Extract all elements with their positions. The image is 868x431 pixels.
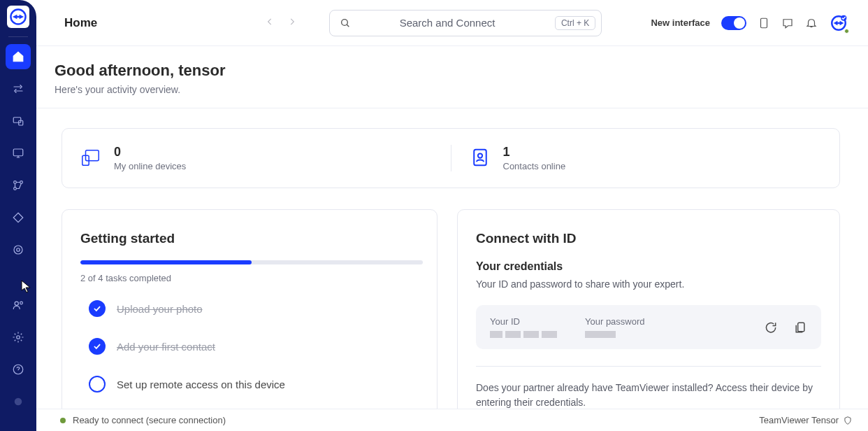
- page-title: Home: [64, 16, 97, 30]
- status-text: Ready to connect (secure connection): [73, 415, 226, 425]
- connect-title: Connect with ID: [476, 231, 821, 246]
- task-upload-photo[interactable]: Upload your photo: [80, 300, 419, 317]
- credentials-sub: Your ID and password to share with your …: [476, 278, 821, 290]
- svg-point-6: [20, 181, 23, 184]
- svg-point-9: [17, 248, 20, 252]
- contacts-label: Contacts online: [503, 161, 566, 171]
- pw-value[interactable]: [585, 331, 645, 338]
- task-label: Set up remote access on this device: [117, 379, 285, 390]
- credentials-heading: Your credentials: [476, 260, 821, 273]
- stat-devices[interactable]: 0 My online devices: [62, 145, 451, 171]
- nav-admin[interactable]: [6, 237, 31, 262]
- nav-workflow[interactable]: [6, 173, 31, 198]
- topbar-right: New interface: [651, 13, 848, 33]
- teamviewer-logo: [7, 6, 29, 28]
- getting-started-title: Getting started: [80, 231, 419, 246]
- task-label: Add your first contact: [117, 341, 215, 353]
- svg-point-23: [477, 153, 482, 157]
- greeting: Good afternoon, tensor: [55, 62, 868, 80]
- getting-started-card: Getting started 2 of 4 tasks completed U…: [62, 209, 437, 428]
- product-name: TeamViewer Tensor: [759, 415, 839, 425]
- header-block: Good afternoon, tensor Here's your activ…: [36, 46, 868, 108]
- svg-point-14: [15, 398, 22, 406]
- svg-rect-1: [16, 16, 21, 17]
- nav-home[interactable]: [6, 44, 31, 69]
- nav-user-management[interactable]: [6, 292, 31, 318]
- chat-icon[interactable]: [781, 17, 794, 29]
- nav-tag-icon[interactable]: [6, 205, 31, 230]
- sidebar-bottom: [6, 292, 31, 431]
- svg-point-10: [15, 302, 18, 305]
- svg-point-7: [14, 188, 17, 190]
- nav-back-icon[interactable]: [265, 17, 275, 29]
- separator: [8, 36, 28, 37]
- svg-point-5: [14, 181, 17, 184]
- stat-contacts[interactable]: 1 Contacts online: [451, 145, 840, 171]
- main-area: Home Search and Connect Ctrl + K New int…: [36, 0, 868, 431]
- check-icon: [89, 338, 106, 355]
- sidebar: [0, 0, 36, 431]
- svg-point-15: [342, 19, 348, 25]
- devices-count: 0: [114, 145, 186, 160]
- bell-icon[interactable]: [805, 17, 818, 29]
- search-shortcut: Ctrl + K: [555, 16, 595, 30]
- svg-rect-2: [13, 118, 21, 123]
- statusbar: Ready to connect (secure connection) Tea…: [36, 409, 868, 431]
- progress-bar: [80, 260, 423, 264]
- svg-point-11: [20, 302, 23, 304]
- partner-text: Does your partner already have TeamViewe…: [476, 381, 821, 410]
- task-add-contact[interactable]: Add your first contact: [80, 338, 419, 355]
- svg-rect-24: [798, 323, 804, 332]
- online-dot: [844, 29, 849, 34]
- devices-icon: [80, 147, 101, 170]
- search-icon: [340, 17, 351, 29]
- connect-card: Connect with ID Your credentials Your ID…: [457, 209, 840, 428]
- task-remote-access[interactable]: Set up remote access on this device: [80, 376, 419, 393]
- credentials-box: Your ID Your password: [476, 305, 821, 349]
- nav-help[interactable]: [6, 357, 31, 382]
- new-interface-label: New interface: [651, 17, 710, 28]
- nav-remote-support[interactable]: [6, 141, 31, 166]
- account-badge[interactable]: [829, 13, 848, 33]
- nav-more[interactable]: [6, 389, 31, 414]
- new-interface-toggle[interactable]: [721, 16, 746, 30]
- svg-rect-4: [13, 149, 23, 156]
- svg-point-12: [17, 336, 20, 339]
- svg-rect-16: [761, 18, 767, 28]
- subgreeting: Here's your activity overview.: [55, 84, 868, 95]
- device-icon[interactable]: [758, 17, 770, 29]
- status-dot-icon: [60, 418, 66, 423]
- stats-card: 0 My online devices 1 Contacts online: [62, 128, 840, 188]
- task-label: Upload your photo: [117, 303, 203, 315]
- separator: [476, 366, 821, 367]
- nav-forward-icon[interactable]: [287, 17, 297, 29]
- progress-text: 2 of 4 tasks completed: [80, 273, 419, 283]
- contacts-count: 1: [503, 145, 566, 160]
- refresh-icon[interactable]: [764, 320, 778, 334]
- pw-label: Your password: [585, 316, 645, 327]
- copy-icon[interactable]: [793, 320, 807, 334]
- search-input[interactable]: Search and Connect Ctrl + K: [329, 10, 602, 36]
- topbar: Home Search and Connect Ctrl + K New int…: [36, 0, 868, 46]
- nav-settings[interactable]: [6, 325, 31, 350]
- svg-point-8: [14, 246, 22, 254]
- svg-rect-18: [837, 22, 841, 23]
- shield-icon: [843, 416, 853, 425]
- content-scroll[interactable]: Good afternoon, tensor Here's your activ…: [36, 46, 868, 431]
- devices-label: My online devices: [114, 161, 186, 171]
- id-value[interactable]: [490, 331, 557, 338]
- contacts-icon: [470, 147, 491, 170]
- nav-remote-session[interactable]: [6, 76, 31, 101]
- nav-devices[interactable]: [6, 108, 31, 134]
- id-label: Your ID: [490, 316, 557, 327]
- search-placeholder: Search and Connect: [358, 17, 555, 29]
- check-icon: [89, 300, 106, 317]
- empty-circle-icon: [89, 376, 106, 393]
